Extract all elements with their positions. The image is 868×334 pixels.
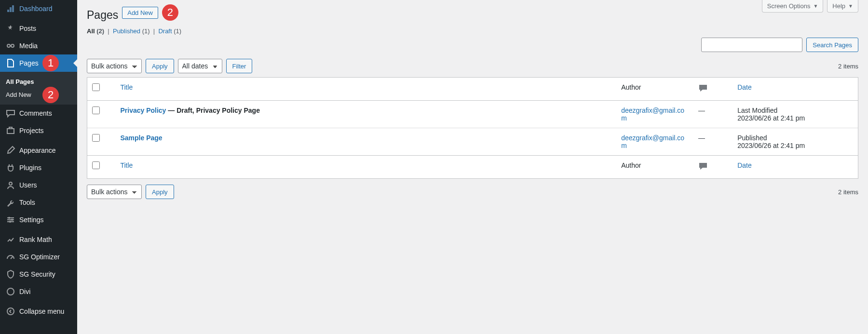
pages-submenu: All Pages Add New 2 [0, 72, 77, 105]
sidebar-item-divi[interactable]: Divi [0, 283, 77, 300]
svg-point-9 [7, 308, 14, 315]
sidebar-label: SG Optimizer [19, 253, 60, 261]
sidebar-label: Tools [19, 199, 35, 206]
items-count-top: 2 items [838, 63, 858, 70]
date-status: Last Modified [737, 107, 853, 114]
sidebar-item-collapse[interactable]: Collapse menu [0, 303, 77, 320]
sidebar-label: Settings [19, 216, 44, 224]
bulk-actions-select[interactable]: Bulk actions [87, 59, 142, 73]
main-content: Screen Options ▼ Help ▼ Pages Add New 2 … [77, 0, 868, 334]
svg-point-4 [9, 182, 12, 185]
filter-all[interactable]: All (2) [87, 27, 104, 35]
dates-select[interactable]: All dates [178, 59, 222, 73]
svg-rect-3 [9, 127, 12, 129]
tablenav-top: Bulk actions Apply All dates Filter 2 it… [87, 55, 858, 77]
bulk-actions-select-bottom[interactable]: Bulk actions [87, 185, 142, 199]
status-filters: All (2) | Published (1) | Draft (1) [87, 27, 858, 35]
header-author: Author [616, 78, 693, 100]
filter-published[interactable]: Published (1) [113, 27, 150, 35]
annotation-badge-1: 1 [42, 55, 59, 71]
apply-button-top[interactable]: Apply [146, 59, 174, 73]
svg-point-0 [7, 44, 10, 47]
admin-sidebar: Dashboard Posts Media Pages 1 All Pages … [0, 0, 77, 334]
sidebar-item-users[interactable]: Users [0, 176, 77, 194]
table-row: Privacy Policy — Draft, Privacy Policy P… [87, 100, 858, 128]
select-all-bottom[interactable] [92, 161, 100, 169]
sidebar-item-settings[interactable]: Settings [0, 211, 77, 228]
footer-title[interactable]: Title [120, 161, 133, 169]
user-icon [6, 180, 15, 190]
help-label: Help [832, 2, 845, 10]
submenu-add-new[interactable]: Add New 2 [0, 88, 77, 101]
page-icon [6, 58, 15, 68]
sidebar-label: Media [19, 42, 38, 50]
search-input[interactable] [701, 38, 802, 52]
screen-options-button[interactable]: Screen Options ▼ [762, 0, 824, 13]
row-checkbox[interactable] [92, 134, 100, 142]
sidebar-label: Collapse menu [19, 307, 64, 315]
page-header: Pages Add New 2 [87, 0, 858, 24]
sidebar-item-plugins[interactable]: Plugins [0, 159, 77, 176]
filter-button[interactable]: Filter [226, 59, 253, 73]
chart-icon [6, 235, 15, 244]
page-link-privacy-policy[interactable]: Privacy Policy [120, 107, 166, 114]
dashboard-icon [6, 4, 15, 13]
sidebar-label: Dashboard [19, 5, 53, 13]
comments-icon[interactable] [698, 83, 708, 93]
sidebar-item-tools[interactable]: Tools [0, 194, 77, 211]
header-date[interactable]: Date [737, 83, 752, 91]
svg-point-1 [11, 44, 14, 47]
pages-table: Title Author Date Privacy Policy — Draft… [87, 77, 858, 179]
sidebar-item-pages[interactable]: Pages 1 [0, 54, 77, 72]
comments-count: — [698, 107, 705, 114]
search-button[interactable]: Search Pages [806, 38, 858, 52]
svg-point-8 [7, 288, 14, 295]
apply-button-bottom[interactable]: Apply [146, 185, 174, 199]
row-checkbox[interactable] [92, 107, 100, 114]
sidebar-label: Appearance [19, 147, 56, 154]
add-new-button[interactable]: Add New [122, 7, 158, 19]
sidebar-label: Comments [19, 109, 52, 117]
sidebar-item-appearance[interactable]: Appearance [0, 142, 77, 159]
chevron-down-icon: ▼ [813, 3, 818, 9]
current-arrow-icon [73, 59, 77, 67]
submenu-label: Add New [6, 91, 31, 98]
brush-icon [6, 146, 15, 155]
sidebar-label: Pages [19, 59, 39, 67]
sidebar-item-posts[interactable]: Posts [0, 20, 77, 37]
sidebar-item-comments[interactable]: Comments [0, 105, 77, 122]
select-all-top[interactable] [92, 83, 100, 91]
sidebar-item-sg-optimizer[interactable]: SG Optimizer [0, 248, 77, 266]
author-link[interactable]: deezgrafix@gmail.com [621, 134, 684, 149]
sidebar-item-dashboard[interactable]: Dashboard [0, 0, 77, 17]
sidebar-label: Posts [19, 25, 36, 32]
annotation-badge-2-header: 2 [162, 4, 178, 21]
speed-icon [6, 252, 15, 262]
sidebar-label: Users [19, 181, 37, 189]
tablenav-bottom: Bulk actions Apply 2 items [87, 179, 858, 203]
svg-rect-2 [7, 129, 14, 134]
page-link-sample-page[interactable]: Sample Page [120, 134, 162, 142]
items-count-bottom: 2 items [838, 188, 858, 196]
date-status: Published [737, 134, 853, 142]
sidebar-item-media[interactable]: Media [0, 37, 77, 54]
sidebar-item-rank-math[interactable]: Rank Math [0, 231, 77, 248]
sidebar-label: Projects [19, 127, 44, 134]
sidebar-item-projects[interactable]: Projects [0, 122, 77, 139]
sidebar-item-sg-security[interactable]: SG Security [0, 266, 77, 283]
pin-icon [6, 24, 15, 33]
chevron-down-icon: ▼ [848, 3, 853, 9]
sliders-icon [6, 215, 15, 225]
comments-icon[interactable] [698, 161, 708, 171]
author-link[interactable]: deezgrafix@gmail.com [621, 107, 684, 122]
filter-draft[interactable]: Draft (1) [158, 27, 181, 35]
header-title[interactable]: Title [120, 83, 133, 91]
sidebar-label: Divi [19, 288, 30, 295]
submenu-all-pages[interactable]: All Pages [0, 75, 77, 88]
help-button[interactable]: Help ▼ [827, 0, 858, 13]
footer-author: Author [616, 155, 693, 178]
wrench-icon [6, 198, 15, 207]
media-icon [6, 41, 15, 51]
footer-date[interactable]: Date [737, 161, 752, 169]
table-row: Sample Page deezgrafix@gmail.com — Publi… [87, 128, 858, 155]
